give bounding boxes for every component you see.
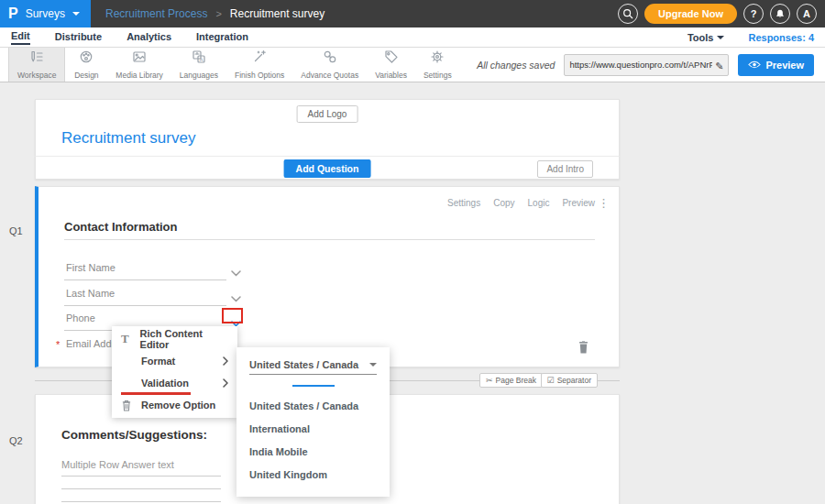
survey-editor-screen: P Surveys Recruitment Process > Recruitm… <box>0 0 825 504</box>
menu-item-label: Rich Content Editor <box>140 328 228 350</box>
checkbox-icon <box>547 376 555 385</box>
menu-item-validation[interactable]: Validation <box>112 372 237 394</box>
toolbar-label: Workspace <box>17 71 56 80</box>
kebab-menu-icon[interactable] <box>598 196 610 210</box>
toolbar-label: Media Library <box>116 71 163 80</box>
format-select[interactable]: United States / Canada <box>249 355 377 375</box>
avatar-button[interactable]: A <box>797 4 817 24</box>
survey-title[interactable]: Recruitment survey <box>61 129 195 148</box>
breadcrumb-separator: > <box>215 8 221 19</box>
tools-label: Tools <box>688 32 714 43</box>
toolbar-item-workspace[interactable]: Workspace <box>8 48 65 82</box>
toolbar-item-languages[interactable]: A Languages <box>171 48 226 82</box>
active-format-indicator <box>292 385 335 387</box>
palette-icon <box>79 49 94 68</box>
survey-url-input[interactable] <box>569 60 712 70</box>
toolbar-label: Design <box>74 71 98 80</box>
toolbar-item-variables[interactable]: Variables <box>367 48 415 82</box>
format-option-us-canada[interactable]: United States / Canada <box>249 394 382 417</box>
survey-url-box <box>564 54 729 76</box>
topbar: P Surveys Recruitment Process > Recruitm… <box>0 0 825 27</box>
tab-distribute[interactable]: Distribute <box>55 30 102 44</box>
required-asterisk: * <box>56 339 60 350</box>
submenu-arrow-icon <box>223 378 228 388</box>
field-label: First Name <box>66 262 116 273</box>
menu-item-label: Validation <box>141 378 189 389</box>
question-title-divider <box>64 239 595 240</box>
format-option-united-kingdom[interactable]: United Kingdom <box>249 463 382 486</box>
menu-item-rich-content-editor[interactable]: Rich Content Editor <box>112 328 237 350</box>
breadcrumb-folder[interactable]: Recruitment Process <box>105 7 207 20</box>
answer-line <box>61 501 221 502</box>
menu-item-label: Remove Option <box>141 400 215 411</box>
question-settings-link[interactable]: Settings <box>447 198 480 208</box>
question-copy-link[interactable]: Copy <box>493 198 514 208</box>
save-status: All changes saved <box>477 60 555 71</box>
menu-item-format[interactable]: Format <box>112 350 237 372</box>
format-options: United States / Canada International Ind… <box>249 394 382 486</box>
multirow-answer-placeholder[interactable]: Multiple Row Answer text <box>61 459 174 470</box>
search-icon <box>622 8 633 19</box>
section-nav: Edit Distribute Analytics Integration To… <box>0 27 825 48</box>
help-button[interactable]: ? <box>743 4 764 24</box>
nav-right: Tools Responses: 4 <box>688 32 814 43</box>
search-button[interactable] <box>618 4 638 24</box>
tab-edit[interactable]: Edit <box>11 29 30 45</box>
toolbar-item-advance-quotas[interactable]: Advance Quotas <box>292 48 367 82</box>
product-menu[interactable]: P Surveys <box>0 0 91 27</box>
eye-icon <box>748 60 761 69</box>
page-break-label: Page Break <box>496 376 536 385</box>
question-logic-link[interactable]: Logic <box>528 198 550 208</box>
separator-button[interactable]: Separator <box>541 373 598 388</box>
toolbar-item-media-library[interactable]: Media Library <box>107 48 171 82</box>
preview-button[interactable]: Preview <box>738 54 814 76</box>
svg-text:A: A <box>199 57 203 62</box>
toolbar-label: Settings <box>424 71 452 80</box>
toolbar-label: Advance Quotas <box>301 71 358 80</box>
breadcrumb-current: Recruitment survey <box>230 7 324 20</box>
question-preview-link[interactable]: Preview <box>562 198 595 208</box>
annotation-red-underline <box>121 392 191 395</box>
answer-line <box>61 476 221 477</box>
question-number-q1: Q1 <box>9 225 23 236</box>
toolbar-item-settings[interactable]: Settings <box>415 48 460 82</box>
add-intro-button[interactable]: Add Intro <box>537 160 593 178</box>
field-label: Phone <box>66 312 95 323</box>
format-option-international[interactable]: International <box>249 417 382 440</box>
question-title-q1[interactable]: Contact Information <box>64 220 178 234</box>
survey-header-card: Add Logo Recruitment survey <box>35 99 620 156</box>
separator-label: Separator <box>557 376 591 385</box>
trash-icon <box>121 400 141 411</box>
add-question-button[interactable]: Add Question <box>284 159 371 178</box>
editor-toolbar: Workspace Design Media Library A Languag… <box>0 48 825 82</box>
chevron-down-icon <box>717 36 724 39</box>
upgrade-now-button[interactable]: Upgrade Now <box>644 4 737 24</box>
notifications-button[interactable] <box>770 4 790 24</box>
field-row-first-name[interactable]: First Name <box>64 256 226 280</box>
gear-icon <box>430 49 445 68</box>
chevron-down-icon[interactable] <box>231 264 241 280</box>
tab-analytics[interactable]: Analytics <box>126 30 171 44</box>
delete-question-icon[interactable] <box>578 341 589 357</box>
chevron-down-icon[interactable] <box>231 290 241 306</box>
toolbar-right: All changes saved Preview <box>477 48 825 82</box>
tools-menu[interactable]: Tools <box>688 32 725 43</box>
page-break-button[interactable]: Page Break <box>479 373 543 388</box>
responses-link[interactable]: Responses: 4 <box>748 32 814 43</box>
tag-icon <box>384 49 399 68</box>
questionpro-logo: P <box>8 6 18 21</box>
question-title-q2[interactable]: Comments/Suggestions: <box>61 428 207 442</box>
toolbar-item-finish-options[interactable]: Finish Options <box>226 48 292 82</box>
text-format-icon <box>121 332 140 346</box>
format-option-india-mobile[interactable]: India Mobile <box>249 440 382 463</box>
preview-label: Preview <box>765 60 804 71</box>
menu-item-remove-option[interactable]: Remove Option <box>112 394 237 416</box>
add-logo-button[interactable]: Add Logo <box>297 105 358 123</box>
edit-url-icon[interactable] <box>715 57 723 73</box>
toolbar-label: Variables <box>375 71 407 80</box>
field-row-last-name[interactable]: Last Name <box>64 281 226 306</box>
tab-integration[interactable]: Integration <box>196 30 248 44</box>
submenu-arrow-icon <box>223 356 228 366</box>
toolbar-item-design[interactable]: Design <box>65 48 107 82</box>
breadcrumb: Recruitment Process > Recruitment survey <box>105 7 324 20</box>
